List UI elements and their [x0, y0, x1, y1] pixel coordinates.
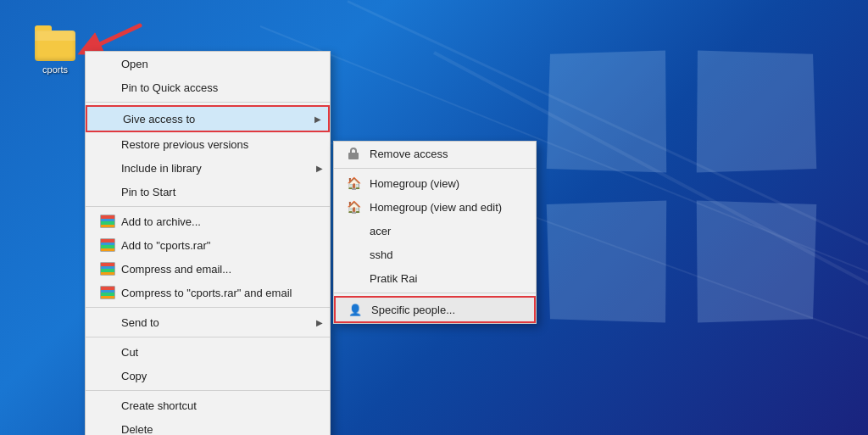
copy-icon	[99, 369, 116, 382]
separator-4	[86, 337, 330, 337]
menu-item-compress-email[interactable]: Compress and email...	[86, 257, 330, 281]
menu-item-give-access[interactable]: Give access to ▶ Remove access 🏠 H	[86, 105, 330, 132]
menu-item-open[interactable]: Open	[86, 52, 330, 75]
menu-item-send-to[interactable]: Send to ▶	[86, 310, 330, 334]
give-access-icon	[101, 112, 118, 125]
submenu-separator-1	[334, 168, 536, 169]
specific-people-icon: 👤	[346, 303, 364, 316]
submenu-arrow-give-access: ▶	[314, 114, 321, 124]
menu-item-add-archive[interactable]: Add to archive...	[86, 209, 330, 233]
submenu-item-homegroup-view[interactable]: 🏠 Homegroup (view)	[334, 171, 536, 195]
library-icon	[99, 161, 116, 175]
submenu-item-acer[interactable]: acer	[334, 219, 536, 243]
menu-item-copy[interactable]: Copy	[86, 364, 330, 388]
submenu-give-access: Remove access 🏠 Homegroup (view) 🏠 Homeg…	[333, 141, 537, 324]
rar-compress-rar-icon	[99, 286, 116, 299]
open-icon	[99, 57, 116, 70]
delete-icon	[99, 422, 116, 435]
shortcut-icon	[99, 399, 116, 412]
sshd-icon	[344, 248, 363, 261]
menu-item-compress-rar-email[interactable]: Compress to "cports.rar" and email	[86, 281, 330, 304]
menu-item-pin-start[interactable]: Pin to Start	[86, 180, 330, 204]
rar-compress-icon	[99, 262, 116, 276]
menu-item-delete[interactable]: Delete	[86, 417, 330, 435]
separator-2	[86, 206, 330, 207]
submenu-arrow-send-to: ▶	[316, 318, 323, 327]
menu-item-include-library[interactable]: Include in library ▶	[86, 156, 330, 180]
menu-item-create-shortcut[interactable]: Create shortcut	[86, 393, 330, 417]
windows-logo	[546, 51, 817, 322]
pin-start-icon	[99, 185, 116, 198]
submenu-arrow-library: ▶	[316, 164, 323, 173]
acer-icon	[344, 224, 363, 237]
svg-line-1	[89, 25, 140, 49]
cut-icon	[99, 345, 116, 359]
menu-item-pin-quick-access[interactable]: Pin to Quick access	[86, 75, 330, 99]
homegroup-view-edit-icon: 🏠	[344, 200, 363, 214]
folder-image	[35, 25, 75, 61]
menu-item-add-rar[interactable]: Add to "cports.rar"	[86, 233, 330, 257]
menu-item-restore-versions[interactable]: Restore previous versions	[86, 132, 330, 156]
send-to-icon	[99, 315, 116, 329]
submenu-item-homegroup-view-edit[interactable]: 🏠 Homegroup (view and edit)	[334, 195, 536, 219]
lock-icon	[344, 147, 363, 160]
submenu-separator-2	[334, 293, 536, 293]
submenu-item-specific-people[interactable]: 👤 Specific people...	[334, 296, 536, 323]
desktop: cports Open Pin to Quick access Give acc…	[0, 0, 868, 435]
separator-3	[86, 307, 330, 308]
homegroup-view-icon: 🏠	[344, 176, 363, 190]
submenu-item-pratik-rai[interactable]: Pratik Rai	[334, 266, 536, 290]
restore-icon	[99, 137, 116, 151]
context-menu: Open Pin to Quick access Give access to …	[85, 51, 331, 435]
menu-item-cut[interactable]: Cut	[86, 340, 330, 364]
submenu-item-remove-access[interactable]: Remove access	[334, 142, 536, 165]
separator-5	[86, 390, 330, 391]
pin-icon	[99, 81, 116, 94]
pratik-rai-icon	[344, 271, 363, 285]
folder-label: cports	[42, 64, 68, 75]
rar-add-icon	[99, 215, 116, 228]
folder-icon[interactable]: cports	[25, 25, 85, 75]
separator-1	[86, 102, 330, 103]
folder-body	[35, 31, 75, 61]
rar-cports-icon	[99, 238, 116, 252]
submenu-item-sshd[interactable]: sshd	[334, 243, 536, 266]
